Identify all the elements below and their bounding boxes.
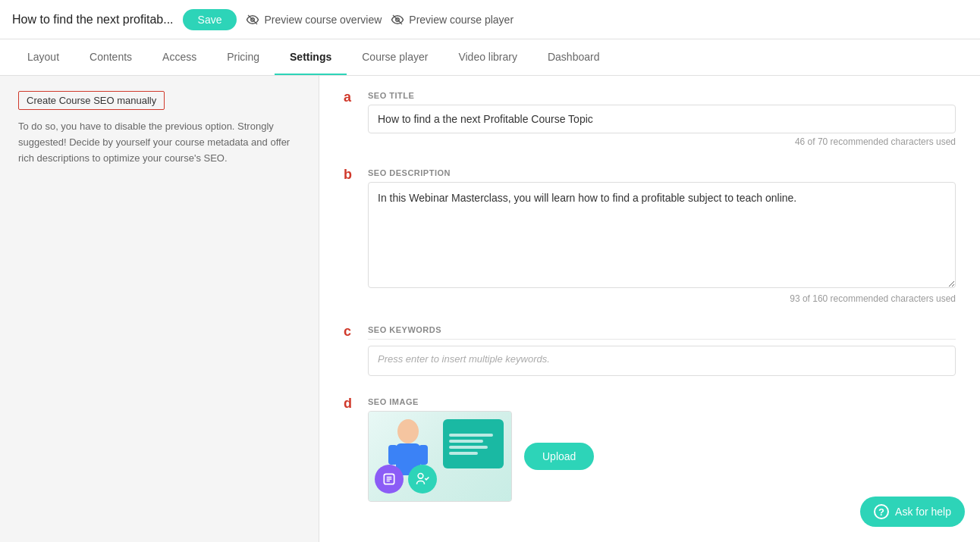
- seo-title-label: SEO TITLE: [368, 91, 956, 100]
- section-description: To do so, you have to disable the previo…: [18, 119, 300, 166]
- section-letter-b: b: [344, 167, 356, 183]
- main-content: Create Course SEO manually To do so, you…: [0, 76, 980, 542]
- seo-keywords-section: c SEO KEYWORDS Press enter to insert mul…: [344, 325, 956, 376]
- seo-title-content: SEO TITLE 46 of 70 recommended character…: [368, 91, 956, 147]
- section-label-create-seo: Create Course SEO manually: [18, 91, 165, 110]
- seo-description-label: SEO DESCRIPTION: [368, 168, 956, 177]
- seo-title-char-count: 46 of 70 recommended characters used: [368, 136, 956, 147]
- tab-course-player[interactable]: Course player: [347, 40, 443, 75]
- section-letter-d: d: [344, 396, 356, 412]
- preview-overview-label: Preview course overview: [264, 14, 382, 26]
- preview-player-link[interactable]: Preview course player: [391, 13, 514, 27]
- svg-point-11: [418, 474, 423, 479]
- tab-pricing[interactable]: Pricing: [212, 40, 275, 75]
- help-icon: ?: [874, 504, 889, 519]
- svg-rect-6: [388, 445, 397, 465]
- image-card-decoration: [443, 419, 504, 468]
- seo-image-content: SEO IMAGE: [368, 397, 956, 502]
- seo-description-content: SEO DESCRIPTION 93 of 160 recommended ch…: [368, 168, 956, 304]
- tab-dashboard[interactable]: Dashboard: [532, 40, 615, 75]
- preview-player-icon: [391, 13, 404, 27]
- navigation-tabs: Layout Contents Access Pricing Settings …: [0, 39, 980, 76]
- seo-description-textarea[interactable]: [368, 182, 956, 288]
- section-letter-a: a: [344, 89, 356, 105]
- seo-description-section: b SEO DESCRIPTION 93 of 160 recommended …: [344, 168, 956, 304]
- seo-keywords-content: SEO KEYWORDS Press enter to insert multi…: [368, 325, 956, 376]
- preview-overview-link[interactable]: Preview course overview: [246, 13, 382, 27]
- seo-description-char-count: 93 of 160 recommended characters used: [368, 293, 956, 304]
- page-title: How to find the next profitab...: [12, 13, 174, 27]
- circle-teal-decoration: [408, 465, 437, 493]
- upload-button[interactable]: Upload: [524, 443, 594, 470]
- preview-player-label: Preview course player: [409, 14, 514, 26]
- seo-image-preview: [368, 411, 512, 502]
- svg-point-4: [397, 419, 419, 443]
- tab-layout[interactable]: Layout: [12, 40, 74, 75]
- tab-contents[interactable]: Contents: [74, 40, 147, 75]
- seo-image-section: d SEO IMAGE: [344, 397, 956, 502]
- save-button[interactable]: Save: [183, 9, 237, 30]
- circle-purple-decoration: [375, 465, 404, 493]
- left-panel: Create Course SEO manually To do so, you…: [0, 76, 319, 542]
- section-letter-c: c: [344, 324, 356, 340]
- keywords-placeholder: Press enter to insert multiple keywords.: [378, 353, 550, 365]
- seo-image-container: Upload: [368, 411, 956, 502]
- seo-image-label: SEO IMAGE: [368, 397, 956, 406]
- seo-image-mock: [369, 412, 511, 501]
- app-header: How to find the next profitab... Save Pr…: [0, 0, 980, 39]
- keywords-input-area[interactable]: Press enter to insert multiple keywords.: [368, 346, 956, 376]
- tab-access[interactable]: Access: [147, 40, 212, 75]
- tab-settings[interactable]: Settings: [275, 40, 347, 75]
- ask-help-button[interactable]: ? Ask for help: [860, 497, 965, 527]
- svg-rect-7: [419, 445, 428, 465]
- keywords-divider: [368, 339, 956, 340]
- ask-help-label: Ask for help: [895, 506, 951, 518]
- preview-overview-icon: [246, 13, 259, 27]
- seo-title-section: a SEO TITLE 46 of 70 recommended charact…: [344, 91, 956, 147]
- seo-title-input[interactable]: [368, 105, 956, 133]
- tab-video-library[interactable]: Video library: [443, 40, 532, 75]
- right-panel: a SEO TITLE 46 of 70 recommended charact…: [319, 76, 980, 542]
- seo-keywords-label: SEO KEYWORDS: [368, 325, 956, 334]
